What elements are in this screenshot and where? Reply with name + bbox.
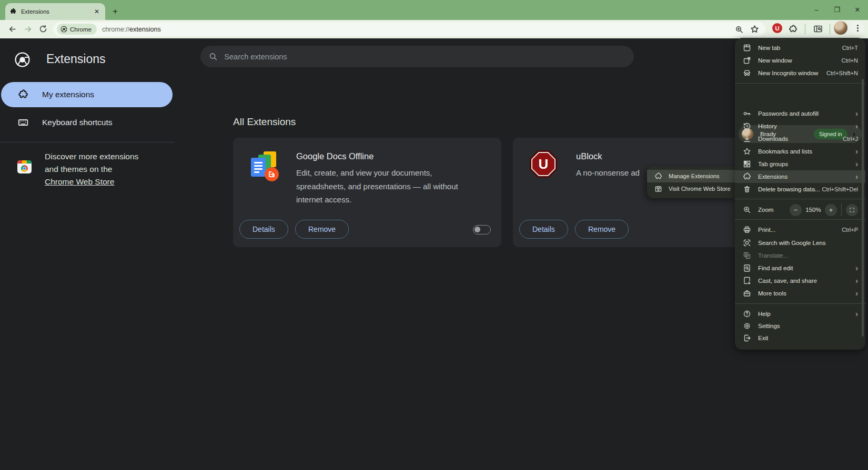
translate-icon	[743, 251, 751, 260]
settings-gear-icon	[743, 322, 751, 330]
keyboard-icon	[18, 117, 28, 128]
menu-item-settings[interactable]: Settings	[735, 320, 865, 332]
new-tab-button[interactable]: +	[109, 6, 121, 17]
puzzle-icon	[743, 172, 751, 181]
tab-groups-grid-icon	[743, 160, 751, 168]
menu-item-passwords-and-autofill[interactable]: Passwords and autofill›	[735, 107, 865, 120]
menu-item-find-and-edit[interactable]: Find and edit›	[735, 262, 865, 274]
forward-button[interactable]	[20, 21, 36, 37]
remove-button[interactable]: Remove	[295, 220, 349, 239]
reload-button[interactable]	[35, 21, 51, 37]
menu-item-more-tools[interactable]: More tools›	[735, 287, 865, 300]
new-window-icon	[743, 56, 751, 65]
history-clock-icon	[743, 122, 751, 130]
ublock-toolbar-icon[interactable]: U	[772, 23, 782, 33]
discover-text: Discover more extensions and themes on t…	[45, 150, 138, 188]
menu-item-cast-save-and-share[interactable]: Cast, save, and share›	[735, 274, 865, 287]
bookmark-star-icon[interactable]	[750, 25, 759, 34]
extension-toggle-off[interactable]	[473, 225, 491, 234]
reload-icon	[39, 25, 47, 33]
menu-item-translate: Translate...	[735, 249, 865, 262]
tab-strip: Extensions ✕ + – ❐ ✕	[0, 0, 868, 20]
zoom-out-button[interactable]: −	[790, 204, 802, 216]
cast-save-icon	[743, 277, 751, 285]
sidebar-divider	[0, 142, 175, 142]
menu-item-new-window[interactable]: New windowCtrl+N	[735, 54, 865, 67]
star-icon	[743, 147, 751, 156]
menu-item-print[interactable]: Print...Ctrl+P	[735, 223, 865, 236]
menu-item-bookmarks-and-lists[interactable]: Bookmarks and lists›	[735, 145, 865, 158]
tab-extensions[interactable]: Extensions ✕	[5, 3, 105, 20]
url-text: chrome://extensions	[102, 26, 161, 33]
menu-item-zoom: Zoom − 150% +	[735, 202, 865, 217]
window-restore-button[interactable]: ❐	[827, 0, 847, 19]
incognito-icon	[743, 69, 751, 77]
all-extensions-heading: All Extensions	[233, 116, 296, 128]
side-panel-button[interactable]	[810, 21, 826, 37]
menu-item-tab-groups[interactable]: Tab groups›	[735, 158, 865, 170]
remove-button[interactable]: Remove	[575, 220, 629, 239]
back-button[interactable]	[4, 21, 20, 37]
page-title: Extensions	[46, 52, 106, 66]
sidebar-item-my-extensions[interactable]: My extensions	[1, 82, 173, 107]
puzzle-icon	[789, 25, 798, 34]
menu-item-visit-chrome-web-store[interactable]: Visit Chrome Web Store	[647, 182, 736, 195]
details-button[interactable]: Details	[239, 220, 288, 239]
window-close-button[interactable]: ✕	[847, 0, 867, 19]
menu-item-search-with-google-lens[interactable]: Search with Google Lens	[735, 237, 865, 249]
tab-title: Extensions	[21, 8, 93, 15]
sidebar-label: Keyboard shortcuts	[42, 118, 113, 127]
extension-title: uBlock	[576, 151, 602, 161]
menu-item-exit[interactable]: Exit	[735, 332, 865, 344]
chrome-web-store-link[interactable]: Chrome Web Store	[45, 177, 114, 186]
toolbar-divider	[830, 24, 830, 34]
exit-icon	[743, 334, 751, 342]
menu-item-new-tab[interactable]: New tabCtrl+T	[735, 42, 865, 54]
chrome-web-store-icon	[17, 160, 32, 173]
zoom-in-button[interactable]: +	[825, 204, 837, 216]
site-chip[interactable]: Chrome	[57, 24, 97, 35]
menu-item-history[interactable]: History›	[735, 120, 865, 132]
tab-close-icon[interactable]: ✕	[93, 7, 101, 16]
menu-item-extensions[interactable]: Extensions›	[735, 170, 865, 183]
printer-icon	[743, 226, 751, 234]
extension-description: A no-nonsense ad	[576, 166, 640, 180]
browser-window: Extensions ✕ + – ❐ ✕ Chrome chrome://ext…	[0, 0, 868, 470]
search-input[interactable]	[223, 52, 625, 62]
extensions-submenu: Manage Extensions Visit Chrome Web Store	[647, 166, 736, 198]
extension-description: Edit, create, and view your documents, s…	[296, 166, 458, 207]
url-scheme: chrome://	[102, 26, 129, 33]
details-button[interactable]: Details	[519, 220, 568, 239]
fullscreen-button[interactable]	[846, 204, 858, 216]
forward-arrow-icon	[24, 25, 33, 34]
address-bar[interactable]: Chrome chrome://extensions	[53, 22, 765, 36]
menu-item-delete-browsing-data[interactable]: Delete browsing data...Ctrl+Shift+Del	[735, 183, 865, 196]
profile-avatar[interactable]	[834, 21, 847, 35]
search-extensions-bar[interactable]	[200, 46, 634, 67]
back-arrow-icon	[8, 25, 17, 34]
key-icon	[743, 109, 751, 118]
toolbar-divider	[805, 24, 805, 34]
zoom-page-icon[interactable]	[735, 25, 743, 34]
kebab-icon	[857, 25, 859, 32]
browser-menu-button[interactable]	[851, 21, 864, 35]
window-minimize-button[interactable]: –	[806, 0, 826, 19]
ublock-icon: U	[530, 150, 557, 178]
sidebar-item-keyboard-shortcuts[interactable]: Keyboard shortcuts	[1, 111, 173, 134]
new-tab-icon	[743, 44, 751, 52]
menu-divider	[735, 219, 865, 220]
side-panel-search-icon	[813, 24, 823, 34]
menu-item-manage-extensions[interactable]: Manage Extensions	[647, 170, 736, 182]
menu-divider	[735, 199, 865, 199]
url-host: extensions	[129, 26, 161, 33]
menu-item-help[interactable]: Help›	[735, 308, 865, 320]
menu-item-downloads[interactable]: DownloadsCtrl+J	[735, 132, 865, 145]
find-document-icon	[743, 264, 751, 272]
chrome-logo-icon	[60, 26, 67, 33]
sidebar-label: My extensions	[42, 90, 94, 99]
extensions-toolbar-button[interactable]	[785, 21, 801, 37]
puzzle-icon	[18, 89, 28, 100]
web-store-icon	[654, 185, 662, 193]
menu-scrollbar[interactable]	[862, 79, 864, 336]
menu-item-new-incognito-window[interactable]: New Incognito windowCtrl+Shift+N	[735, 67, 865, 79]
